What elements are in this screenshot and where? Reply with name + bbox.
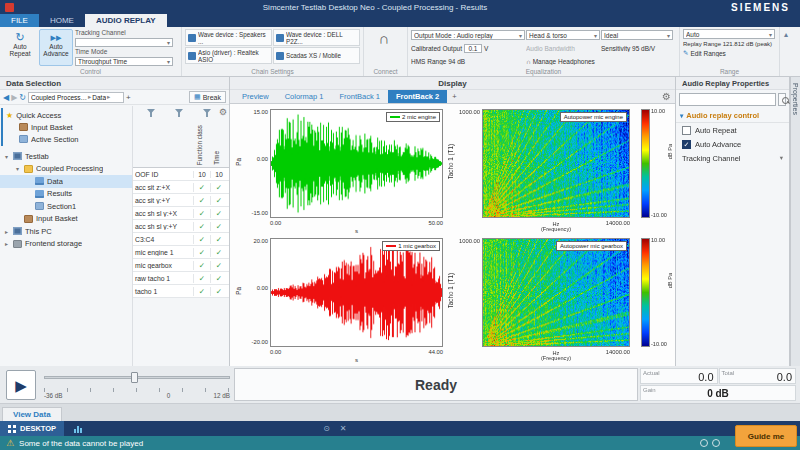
- plot-waveform-engine[interactable]: Pa 15.00 0.00 -15.00 2 mic engine 0.00 5…: [234, 106, 446, 234]
- checkbox[interactable]: ✓: [682, 140, 691, 149]
- filter-funnel-icon[interactable]: [175, 109, 183, 117]
- time-mode-select[interactable]: Throughput Time▾: [75, 57, 173, 66]
- quick-access-header[interactable]: ★ Quick Access: [3, 109, 132, 121]
- column-header-function-class[interactable]: Function class: [196, 125, 203, 165]
- hms-range-label: HMS Range 94 dB: [411, 58, 525, 65]
- breadcrumb-item[interactable]: Data: [92, 94, 106, 101]
- device-button-2[interactable]: Asio (driver) : Realtek ASIO: [185, 47, 272, 64]
- channel-name: C3:C4: [133, 236, 193, 243]
- filter-funnel-icon[interactable]: [147, 109, 155, 117]
- desktop-button[interactable]: DESKTOP: [0, 421, 64, 436]
- auto-repeat-button[interactable]: ↻ Auto Repeat: [3, 29, 37, 66]
- desktop-bar: DESKTOP ⊙ ✕: [0, 421, 800, 436]
- table-row[interactable]: acc sit y:+Y✓✓: [133, 194, 229, 207]
- device-button-3[interactable]: Scadas XS / Mobile: [273, 47, 360, 64]
- view-data-tab[interactable]: View Data: [2, 407, 62, 421]
- guide-me-button[interactable]: Guide me: [735, 425, 797, 447]
- add-display-tab[interactable]: +: [447, 90, 461, 103]
- table-row[interactable]: raw tacho 1✓✓: [133, 272, 229, 285]
- breadcrumb[interactable]: Coupled Processing ▸ Data ▸: [28, 92, 124, 103]
- display-gear-icon[interactable]: ⚙: [662, 91, 671, 102]
- table-row[interactable]: mic engine 1✓✓: [133, 246, 229, 259]
- property-row-auto-repeat[interactable]: Auto Repeat: [676, 123, 789, 137]
- ribbon-tab-home[interactable]: HOME: [39, 14, 85, 27]
- checkbox[interactable]: [682, 126, 691, 135]
- expander-icon[interactable]: ▾: [3, 153, 10, 160]
- range-mode-select[interactable]: Auto▾: [683, 29, 775, 39]
- close-icon[interactable]: ✕: [340, 424, 347, 433]
- table-row[interactable]: acc sit z:+X✓✓: [133, 181, 229, 194]
- expander-icon[interactable]: ▾: [14, 165, 21, 172]
- properties-side-tab[interactable]: Properties: [790, 77, 800, 366]
- table-gear-icon[interactable]: ⚙: [219, 107, 227, 117]
- plot-waveform-gearbox[interactable]: Pa 20.00 0.00 -20.00 1 mic gearbox 0.00 …: [234, 235, 446, 363]
- quick-access-item-active-section[interactable]: Active Section: [3, 133, 132, 145]
- search-icon[interactable]: [778, 93, 786, 106]
- player-status: Ready: [415, 377, 457, 393]
- tree-item-frontend-storage[interactable]: ▸Frontend storage: [0, 238, 132, 251]
- pin-icon[interactable]: ⊙: [323, 424, 330, 433]
- ribbon-group-equalization: Output Mode : Audio replay▾ Head & torso…: [408, 27, 680, 76]
- tracking-channel-select[interactable]: ▾: [75, 38, 173, 47]
- table-row[interactable]: C3:C4✓✓: [133, 233, 229, 246]
- back-icon[interactable]: ◀: [3, 91, 9, 104]
- status-circle-icon[interactable]: [700, 439, 708, 447]
- ribbon-group-chain-settings: Wave device : Speakers ...Wave device : …: [182, 27, 364, 76]
- auto-advance-button[interactable]: ▸▸ Auto Advance: [39, 29, 73, 66]
- pencil-icon: ✎: [683, 49, 688, 57]
- quick-access-item-input-basket[interactable]: Input Basket: [3, 121, 132, 133]
- forward-icon[interactable]: ▶: [11, 91, 17, 104]
- display-tab-frontback-2[interactable]: FrontBack 2: [388, 90, 447, 103]
- device-button-0[interactable]: Wave device : Speakers ...: [185, 29, 272, 46]
- output-mode-select[interactable]: Output Mode : Audio replay▾: [411, 30, 525, 40]
- tree-item-results[interactable]: Results: [0, 188, 132, 201]
- breadcrumb-item[interactable]: Coupled Processing: [31, 94, 87, 101]
- filter-funnel-icon[interactable]: [203, 109, 211, 117]
- headphone-device-select[interactable]: Head & torso▾: [526, 30, 600, 40]
- tree-item-coupled-processing[interactable]: ▾Coupled Processing: [0, 163, 132, 176]
- tree-item-testlab[interactable]: ▾Testlab: [0, 150, 132, 163]
- section-audio-replay-control[interactable]: ▾ Audio replay control: [676, 109, 789, 123]
- expander-icon[interactable]: ▸: [3, 240, 10, 247]
- chart-icon[interactable]: [74, 425, 83, 433]
- status-circle-icon[interactable]: [712, 439, 720, 447]
- check-icon: ✓: [210, 274, 227, 283]
- table-row[interactable]: mic gearbox✓✓: [133, 259, 229, 272]
- display-tab-preview[interactable]: Preview: [234, 90, 277, 103]
- property-row-auto-advance[interactable]: ✓Auto Advance: [676, 137, 789, 151]
- add-icon[interactable]: +: [126, 91, 131, 104]
- manage-headphones-button[interactable]: ∩ Manage Headphones: [526, 58, 673, 65]
- tree-item-input-basket[interactable]: Input Basket: [0, 213, 132, 226]
- table-row[interactable]: acc sh sl y:+X✓✓: [133, 207, 229, 220]
- ribbon-tab-audio-replay[interactable]: AUDIO REPLAY: [85, 14, 167, 27]
- tracking-channel-property[interactable]: Tracking Channel ▾: [676, 151, 789, 165]
- display-tab-colormap-1[interactable]: Colormap 1: [277, 90, 332, 103]
- expander-icon[interactable]: ▸: [3, 228, 10, 235]
- properties-search-input[interactable]: [679, 93, 776, 106]
- tree-item-section1[interactable]: Section1: [0, 200, 132, 213]
- column-header-time[interactable]: Time: [213, 151, 220, 165]
- gain-slider-handle[interactable]: [131, 372, 138, 383]
- device-button-1[interactable]: Wave device : DELL P2Z...: [273, 29, 360, 46]
- edit-ranges-button[interactable]: ✎ Edit Ranges: [683, 49, 775, 57]
- refresh-icon[interactable]: ↻: [19, 91, 26, 104]
- play-button[interactable]: ▶: [6, 370, 36, 400]
- table-row[interactable]: OOF ID1010: [133, 168, 229, 181]
- tracking-channel-label: Tracking Channel: [75, 29, 173, 37]
- calibrated-output-input[interactable]: 0.1: [464, 44, 482, 53]
- connect-button[interactable]: ∩: [367, 29, 401, 49]
- table-row[interactable]: acc sh sl y:+Y✓✓: [133, 220, 229, 233]
- ribbon-tab-file[interactable]: FILE: [0, 14, 39, 27]
- channel-name: mic engine 1: [133, 249, 193, 256]
- break-button[interactable]: ▦ Break: [189, 91, 226, 103]
- collapse-ribbon-icon[interactable]: ▴: [784, 30, 788, 39]
- equalization-mode-select[interactable]: Ideal▾: [601, 30, 673, 40]
- y-tick: 15.00: [242, 109, 268, 115]
- tree-item-this-pc[interactable]: ▸This PC: [0, 225, 132, 238]
- table-row[interactable]: tacho 1✓✓: [133, 285, 229, 298]
- tree-item-data[interactable]: Data: [0, 175, 132, 188]
- plot-colormap-gearbox[interactable]: Tacho 1 (T1) 1000.00 Autopower mic gearb…: [446, 235, 674, 363]
- display-tab-frontback-1[interactable]: FrontBack 1: [331, 90, 387, 103]
- plot-colormap-engine[interactable]: Tacho 1 (T1) 1000.00 Autopower mic engin…: [446, 106, 674, 234]
- drive-icon: [13, 240, 22, 248]
